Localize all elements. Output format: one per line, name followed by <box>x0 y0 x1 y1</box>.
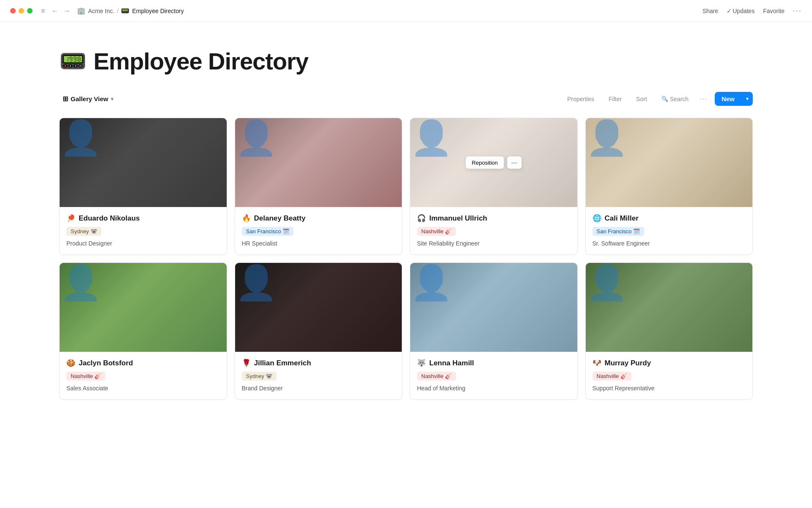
properties-button[interactable]: Properties <box>564 93 598 105</box>
forward-button[interactable]: → <box>62 6 72 16</box>
employee-card-lenna[interactable]: 👤 🐺 Lenna Hamill Nashville 🎸 Head of Mar… <box>410 262 578 400</box>
filter-button[interactable]: Filter <box>605 93 625 105</box>
card-name-row: 🔥 Delaney Beatty <box>242 214 395 223</box>
employee-icon: 🐶 <box>593 359 601 367</box>
company-icon: 🏢 <box>77 7 85 15</box>
employee-icon: 🔥 <box>242 214 251 223</box>
employee-card-cali[interactable]: 👤 🌐 Cali Miller San Francisco 🗓️ Sr. Sof… <box>585 118 753 255</box>
employee-role: Sr. Software Engineer <box>593 240 746 247</box>
employee-icon: 🐺 <box>417 359 426 367</box>
reposition-button[interactable]: Reposition <box>466 157 504 169</box>
card-name-row: 🌐 Cali Miller <box>593 214 746 223</box>
employee-name: Murray Purdy <box>605 359 651 367</box>
card-name-row: 🎧 Immanuel Ullrich <box>417 214 571 223</box>
card-body-jaclyn: 🍪 Jaclyn Botsford Nashville 🎸 Sales Asso… <box>60 352 227 399</box>
location-tag[interactable]: Sydney 🐨 <box>242 372 277 381</box>
page-title: Employee Directory <box>93 47 308 75</box>
employee-card-delaney[interactable]: 👤 🔥 Delaney Beatty San Francisco 🗓️ HR S… <box>235 118 403 255</box>
new-button-label: New <box>715 92 741 106</box>
check-icon: ✓ <box>727 8 732 14</box>
location-tag[interactable]: Nashville 🎸 <box>417 227 456 236</box>
gallery-view-label: Gallery View <box>71 95 108 102</box>
new-button-chevron[interactable]: ▾ <box>742 93 753 105</box>
card-image-murray: 👤 <box>586 263 753 352</box>
card-image-jillian: 👤 <box>235 263 402 352</box>
search-icon: 🔍 <box>661 96 668 102</box>
page-icon-breadcrumb: 📟 <box>121 7 129 15</box>
card-image-delaney: 👤 <box>235 118 402 207</box>
location-tag[interactable]: Nashville 🎸 <box>593 372 631 381</box>
card-name-row: 🐶 Murray Purdy <box>593 359 746 367</box>
employee-role: HR Specialist <box>242 240 395 247</box>
employee-card-jaclyn[interactable]: 👤 🍪 Jaclyn Botsford Nashville 🎸 Sales As… <box>59 262 227 400</box>
card-body-immanuel: 🎧 Immanuel Ullrich Nashville 🎸 Site Reli… <box>410 207 577 254</box>
gallery-view-button[interactable]: ⊞ Gallery View ▾ <box>59 92 117 105</box>
toolbar-left: ⊞ Gallery View ▾ <box>59 92 117 105</box>
location-tag[interactable]: Nashville 🎸 <box>66 372 105 381</box>
employee-icon: 🏓 <box>66 214 75 223</box>
location-tag[interactable]: San Francisco 🗓️ <box>242 227 294 236</box>
employee-name: Lenna Hamill <box>429 359 474 367</box>
employee-card-murray[interactable]: 👤 🐶 Murray Purdy Nashville 🎸 Support Rep… <box>585 262 753 400</box>
favorite-button[interactable]: Favorite <box>763 8 785 14</box>
titlebar-left: ≡ ← → 🏢 Acme Inc. / 📟 Employee Directory <box>10 6 184 16</box>
breadcrumb-page-title[interactable]: Employee Directory <box>132 8 184 14</box>
employee-icon: 🍪 <box>66 359 75 367</box>
toolbar-more-button[interactable]: ··· <box>700 94 707 103</box>
person-silhouette: 👤 <box>60 119 102 157</box>
employee-role: Site Reliability Engineer <box>417 240 571 247</box>
new-button[interactable]: New ▾ <box>715 92 753 106</box>
card-name-row: 🐺 Lenna Hamill <box>417 359 571 367</box>
page-title-icon: 📟 <box>59 48 87 74</box>
nav-arrows: ← → <box>50 6 72 16</box>
location-tag[interactable]: San Francisco 🗓️ <box>593 227 645 236</box>
sort-button[interactable]: Sort <box>633 93 650 105</box>
more-button[interactable]: ··· <box>793 6 802 15</box>
card-body-jillian: 🌹 Jillian Emmerich Sydney 🐨 Brand Design… <box>235 352 402 399</box>
person-silhouette: 👤 <box>235 264 277 301</box>
breadcrumb-separator: / <box>117 8 119 14</box>
employee-role: Product Designer <box>66 240 220 247</box>
card-image-cali: 👤 <box>586 118 753 207</box>
employee-name: Cali Miller <box>605 214 639 223</box>
employee-card-jillian[interactable]: 👤 🌹 Jillian Emmerich Sydney 🐨 Brand Desi… <box>235 262 403 400</box>
card-name-row: 🌹 Jillian Emmerich <box>242 359 395 367</box>
card-name-row: 🍪 Jaclyn Botsford <box>66 359 220 367</box>
card-image-lenna: 👤 <box>410 263 577 352</box>
location-tag[interactable]: Sydney 🐨 <box>66 227 102 236</box>
card-body-eduardo: 🏓 Eduardo Nikolaus Sydney 🐨 Product Desi… <box>60 207 227 254</box>
person-silhouette: 👤 <box>235 119 277 157</box>
card-image-eduardo: 👤 <box>60 118 227 207</box>
titlebar: ≡ ← → 🏢 Acme Inc. / 📟 Employee Directory… <box>0 0 812 22</box>
card-body-cali: 🌐 Cali Miller San Francisco 🗓️ Sr. Softw… <box>586 207 753 254</box>
reposition-overlay: Reposition ··· <box>466 157 521 169</box>
search-button[interactable]: 🔍 Search <box>658 93 692 105</box>
employee-role: Brand Designer <box>242 385 395 392</box>
employee-card-immanuel[interactable]: 👤 Reposition ··· 🎧 Immanuel Ullrich Nash… <box>410 118 578 255</box>
gallery-grid: 👤 🏓 Eduardo Nikolaus Sydney 🐨 Product De… <box>59 118 753 400</box>
company-name[interactable]: Acme Inc. <box>88 8 114 14</box>
share-button[interactable]: Share <box>702 8 718 14</box>
traffic-light-red[interactable] <box>10 8 16 14</box>
updates-button[interactable]: ✓Updates <box>727 8 754 14</box>
card-overlay-more-button[interactable]: ··· <box>507 157 521 169</box>
search-label: Search <box>670 96 689 102</box>
employee-icon: 🌹 <box>242 359 251 367</box>
hamburger-menu[interactable]: ≡ <box>41 7 45 15</box>
card-name-row: 🏓 Eduardo Nikolaus <box>66 214 220 223</box>
person-silhouette: 👤 <box>60 264 102 301</box>
chevron-down-icon: ▾ <box>111 96 113 102</box>
back-button[interactable]: ← <box>50 6 60 16</box>
employee-name: Jillian Emmerich <box>254 359 311 367</box>
employee-role: Sales Associate <box>66 385 220 392</box>
person-silhouette: 👤 <box>410 119 453 157</box>
employee-role: Head of Marketing <box>417 385 571 392</box>
employee-card-eduardo[interactable]: 👤 🏓 Eduardo Nikolaus Sydney 🐨 Product De… <box>59 118 227 255</box>
employee-role: Support Representative <box>593 385 746 392</box>
traffic-light-green[interactable] <box>27 8 33 14</box>
toolbar: ⊞ Gallery View ▾ Properties Filter Sort … <box>59 92 753 106</box>
traffic-lights <box>10 8 33 14</box>
location-tag[interactable]: Nashville 🎸 <box>417 372 456 381</box>
traffic-light-yellow[interactable] <box>19 8 24 14</box>
titlebar-right: Share ✓Updates Favorite ··· <box>702 6 802 15</box>
